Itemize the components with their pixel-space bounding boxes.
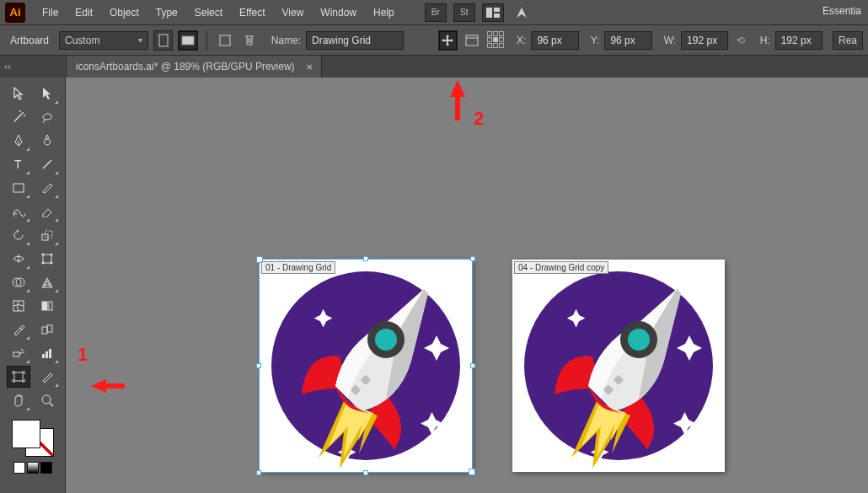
rectangle-tool[interactable] bbox=[7, 177, 30, 199]
svg-rect-32 bbox=[47, 325, 52, 332]
svg-point-10 bbox=[19, 110, 21, 112]
annotation-1-number: 1 bbox=[78, 344, 88, 366]
menu-select[interactable]: Select bbox=[186, 3, 231, 22]
curvature-tool[interactable] bbox=[35, 130, 59, 152]
menu-view[interactable]: View bbox=[274, 3, 313, 22]
menu-type[interactable]: Type bbox=[147, 3, 186, 22]
shaper-tool[interactable] bbox=[7, 201, 30, 222]
gradient-tool[interactable] bbox=[35, 295, 59, 317]
artboard-options-button[interactable] bbox=[463, 30, 482, 51]
svg-rect-4 bbox=[182, 36, 194, 45]
workspace-switcher[interactable]: Essentia bbox=[822, 5, 861, 17]
menu-help[interactable]: Help bbox=[365, 3, 403, 22]
menu-file[interactable]: File bbox=[34, 3, 67, 22]
svg-rect-29 bbox=[42, 302, 47, 310]
artboard-tool[interactable] bbox=[7, 366, 30, 388]
menu-object[interactable]: Object bbox=[101, 3, 147, 22]
svg-text:T: T bbox=[14, 158, 22, 170]
annotation-2-number: 2 bbox=[474, 108, 484, 130]
scale-tool[interactable] bbox=[35, 224, 59, 246]
svg-point-11 bbox=[24, 115, 25, 116]
y-input[interactable]: 96 px bbox=[604, 31, 651, 50]
rearrange-button[interactable]: Rea bbox=[833, 31, 863, 50]
fill-swatch[interactable] bbox=[12, 420, 40, 448]
svg-rect-30 bbox=[47, 302, 50, 310]
y-label: Y: bbox=[591, 35, 600, 46]
line-segment-tool[interactable] bbox=[35, 153, 59, 175]
free-transform-tool[interactable] bbox=[35, 248, 59, 270]
artboard-preset-value: Custom bbox=[65, 35, 99, 46]
canvas[interactable]: 01 - Drawing Grid bbox=[66, 78, 868, 493]
menu-effect[interactable]: Effect bbox=[231, 3, 273, 22]
document-tab-title: iconsArtboards.ai* @ 189% (RGB/GPU Previ… bbox=[76, 61, 295, 72]
orientation-landscape-button[interactable] bbox=[178, 30, 197, 51]
artboard-name-input[interactable]: Drawing Grid bbox=[306, 31, 404, 50]
artboard-1[interactable]: 01 - Drawing Grid bbox=[260, 260, 472, 472]
app-logo: Ai bbox=[5, 3, 25, 23]
bridge-icon[interactable]: Br bbox=[425, 3, 447, 22]
tools-panel: T bbox=[0, 78, 66, 493]
type-tool[interactable]: T bbox=[7, 153, 30, 175]
slice-tool[interactable] bbox=[35, 366, 59, 388]
svg-point-21 bbox=[41, 254, 44, 256]
color-mode-swatches[interactable] bbox=[13, 462, 52, 474]
menu-edit[interactable]: Edit bbox=[67, 3, 101, 22]
rotate-tool[interactable] bbox=[7, 224, 30, 246]
column-graph-tool[interactable] bbox=[35, 342, 59, 364]
mesh-tool[interactable] bbox=[7, 295, 30, 317]
link-dimensions-icon[interactable]: ⟲ bbox=[733, 31, 747, 50]
document-tab-bar: iconsArtboards.ai* @ 189% (RGB/GPU Previ… bbox=[0, 56, 868, 78]
move-artwork-with-artboard-button[interactable] bbox=[438, 30, 458, 51]
arrange-documents-icon[interactable] bbox=[482, 3, 504, 22]
paintbrush-tool[interactable] bbox=[35, 177, 59, 199]
orientation-portrait-button[interactable] bbox=[153, 30, 173, 51]
svg-point-34 bbox=[21, 349, 23, 351]
svg-point-50 bbox=[628, 329, 650, 351]
zoom-tool[interactable] bbox=[35, 389, 59, 411]
separator bbox=[206, 30, 207, 51]
panel-collapse-chevron[interactable]: ‹‹ bbox=[0, 56, 15, 78]
artboard-preset-dropdown[interactable]: Custom ▾ bbox=[59, 31, 148, 50]
x-input[interactable]: 96 px bbox=[531, 31, 578, 50]
perspective-grid-tool[interactable] bbox=[35, 271, 59, 293]
svg-rect-6 bbox=[466, 35, 478, 46]
chevron-down-icon: ▾ bbox=[138, 35, 142, 45]
close-tab-icon[interactable]: × bbox=[307, 61, 313, 73]
lasso-tool[interactable] bbox=[35, 106, 59, 128]
svg-rect-38 bbox=[46, 351, 48, 358]
symbol-sprayer-tool[interactable] bbox=[7, 342, 30, 364]
hand-tool[interactable] bbox=[7, 389, 30, 411]
fill-stroke-swatch[interactable] bbox=[12, 420, 54, 457]
svg-point-24 bbox=[50, 262, 52, 265]
h-input[interactable]: 192 px bbox=[775, 31, 822, 50]
delete-artboard-button[interactable] bbox=[240, 30, 260, 51]
w-label: W: bbox=[664, 35, 676, 46]
direct-selection-tool[interactable] bbox=[35, 83, 59, 104]
annotation-1-arrow bbox=[91, 379, 106, 393]
h-label: H: bbox=[760, 35, 770, 46]
svg-rect-39 bbox=[49, 349, 51, 358]
document-tab[interactable]: iconsArtboards.ai* @ 189% (RGB/GPU Previ… bbox=[67, 56, 322, 78]
menu-bar: Ai File Edit Object Type Select Effect V… bbox=[0, 0, 868, 25]
control-bar: Artboard Custom ▾ Name: Drawing Grid X: … bbox=[0, 25, 868, 56]
selection-tool[interactable] bbox=[7, 83, 30, 104]
svg-line-8 bbox=[14, 114, 22, 121]
x-label: X: bbox=[517, 35, 526, 46]
eyedropper-tool[interactable] bbox=[7, 319, 30, 340]
artboard-1-label: 01 - Drawing Grid bbox=[261, 261, 335, 274]
shape-builder-tool[interactable] bbox=[7, 271, 30, 293]
reference-point-selector[interactable] bbox=[487, 31, 505, 50]
svg-rect-33 bbox=[13, 352, 19, 356]
svg-point-23 bbox=[41, 262, 44, 265]
artboard-2[interactable]: 04 - Drawing Grid copy bbox=[512, 260, 725, 472]
blend-tool[interactable] bbox=[35, 319, 59, 340]
new-artboard-button[interactable] bbox=[216, 30, 235, 51]
magic-wand-tool[interactable] bbox=[7, 106, 30, 128]
width-tool[interactable] bbox=[7, 248, 30, 270]
stock-icon[interactable]: St bbox=[453, 3, 475, 22]
w-input[interactable]: 192 px bbox=[681, 31, 728, 50]
pen-tool[interactable] bbox=[7, 130, 30, 152]
gpu-rocket-icon[interactable] bbox=[511, 3, 533, 22]
eraser-tool[interactable] bbox=[35, 201, 59, 222]
menu-window[interactable]: Window bbox=[312, 3, 365, 22]
